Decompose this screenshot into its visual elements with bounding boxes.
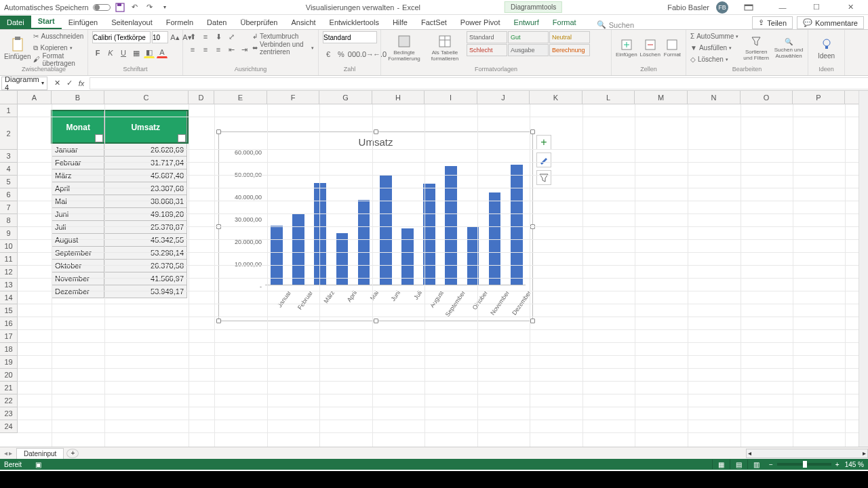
tab-start[interactable]: Start [31,14,62,29]
zoom-in-icon[interactable]: + [835,461,840,468]
enter-fx-icon[interactable]: ✓ [64,78,75,89]
row-header[interactable]: 22 [0,394,17,407]
delete-cells-button[interactable]: Löschen [640,31,660,65]
style-standard[interactable]: Standard [467,31,507,43]
row-header[interactable]: 5 [0,176,17,188]
cell-styles[interactable]: Standard Gut Neutral Schlecht Ausgabe Be… [467,31,590,56]
indent-out-icon[interactable]: ⇤ [226,44,237,55]
row-header[interactable]: 6 [0,188,17,201]
thousand-icon[interactable]: 000 [349,49,359,60]
col-header[interactable]: P [793,91,845,104]
fill-color-button[interactable]: ◧ [144,47,155,58]
tab-view[interactable]: Ansicht [284,16,322,29]
share-button[interactable]: ⇪Teilen [752,16,793,29]
tab-data[interactable]: Daten [200,16,233,29]
tab-factset[interactable]: FactSet [414,16,454,29]
worksheet-grid[interactable]: ABCDEFGHIJKLMNOP 12345678910111213141516… [0,91,868,447]
col-header[interactable]: I [425,91,477,104]
col-header[interactable]: D [189,91,214,104]
col-header[interactable]: E [214,91,267,104]
tab-file[interactable]: Datei [0,16,31,29]
row-header[interactable]: 9 [0,227,17,240]
format-cells-button[interactable]: Format [663,31,682,65]
col-header[interactable]: B [52,91,104,104]
tab-dev[interactable]: Entwicklertools [323,16,386,29]
cancel-fx-icon[interactable]: ✕ [52,78,62,89]
row-header[interactable]: 12 [0,266,17,279]
row-header[interactable]: 4 [0,163,17,176]
row-header[interactable]: 8 [0,214,17,227]
view-pagebreak-icon[interactable]: ▥ [747,460,765,469]
col-header[interactable]: O [741,91,793,104]
row-header[interactable]: 20 [0,369,17,382]
row-header[interactable]: 17 [0,330,17,343]
name-box[interactable]: Diagramm 4 ▾ [1,77,47,90]
row-header[interactable]: 16 [0,317,17,330]
col-header[interactable]: J [477,91,530,104]
ribbon-opts-icon[interactable] [735,1,762,14]
add-sheet-button[interactable]: + [66,449,79,458]
tab-help[interactable]: Hilfe [386,16,414,29]
qa-dropdown-icon[interactable]: ▾ [159,2,170,13]
zoom-out-icon[interactable]: − [769,461,773,468]
font-name-select[interactable] [92,31,151,43]
view-pagelayout-icon[interactable]: ▤ [730,460,747,469]
tab-pagelayout[interactable]: Seitenlayout [104,16,159,29]
cond-format-button[interactable]: Bedingte Formatierung [385,31,423,65]
sheet-prev-icon[interactable]: ◂ [4,449,7,457]
style-output[interactable]: Ausgabe [508,44,549,56]
italic-button[interactable]: K [105,47,116,58]
col-header[interactable]: K [530,91,583,104]
style-calc[interactable]: Berechnung [549,44,590,56]
tab-format[interactable]: Format [546,16,583,29]
user-avatar[interactable]: FB [716,1,728,14]
ideas-button[interactable]: Ideen [812,31,840,65]
row-header[interactable]: 1 [0,104,17,117]
col-header[interactable]: A [18,91,52,104]
row-header[interactable]: 7 [0,201,17,214]
autosave-toggle[interactable] [93,4,111,11]
style-neutral[interactable]: Neutral [549,31,590,43]
row-header[interactable]: 23 [0,407,17,420]
indent-in-icon[interactable]: ⇥ [239,44,250,55]
bold-button[interactable]: F [92,47,103,58]
orient-icon[interactable]: ⤢ [226,31,237,42]
paste-button[interactable]: Einfügen [4,31,31,65]
percent-icon[interactable]: % [336,49,347,60]
tab-insert[interactable]: Einfügen [62,16,104,29]
merge-button[interactable]: ⬌Verbinden und zentrieren▾ [252,43,314,53]
style-bad[interactable]: Schlecht [467,44,507,56]
autosum-button[interactable]: ΣAutoSumme▾ [690,31,738,41]
sort-filter-button[interactable]: Sortieren und Filtern [741,31,771,65]
col-header[interactable]: H [372,91,425,104]
col-header[interactable]: L [583,91,635,104]
tab-formulas[interactable]: Formeln [159,16,200,29]
macro-rec-icon[interactable]: ▣ [35,461,41,468]
close-icon[interactable]: ✕ [837,1,864,14]
row-header[interactable]: 18 [0,343,17,356]
align-right-icon[interactable]: ≡ [213,44,224,55]
col-header[interactable]: N [688,91,741,104]
align-mid-icon[interactable]: ≡ [200,31,211,42]
zoom-slider[interactable] [777,463,831,466]
undo-icon[interactable]: ↶ [130,2,140,13]
find-select-button[interactable]: 🔍Suchen und Auswählen [774,31,804,65]
align-bot-icon[interactable]: ⬇ [213,31,224,42]
select-all-corner[interactable] [0,91,18,104]
view-normal-icon[interactable]: ▦ [712,460,730,469]
tab-review[interactable]: Überprüfen [233,16,284,29]
vertical-scrollbar[interactable] [859,91,868,447]
minimize-icon[interactable]: — [769,1,796,14]
sheet-next-icon[interactable]: ▸ [9,449,12,457]
align-left-icon[interactable]: ≡ [187,44,198,55]
col-header[interactable]: F [267,91,319,104]
row-header[interactable]: 14 [0,291,17,304]
row-header[interactable]: 11 [0,253,17,266]
sheet-tab[interactable]: Dateninput [16,448,64,459]
cut-button[interactable]: ✂Ausschneiden [33,31,83,41]
style-good[interactable]: Gut [508,31,549,43]
row-header[interactable]: 24 [0,420,17,433]
comments-button[interactable]: 💬Kommentare [797,16,864,29]
zoom-level[interactable]: 145 % [845,461,864,468]
increase-font-icon[interactable]: A▴ [170,32,180,43]
